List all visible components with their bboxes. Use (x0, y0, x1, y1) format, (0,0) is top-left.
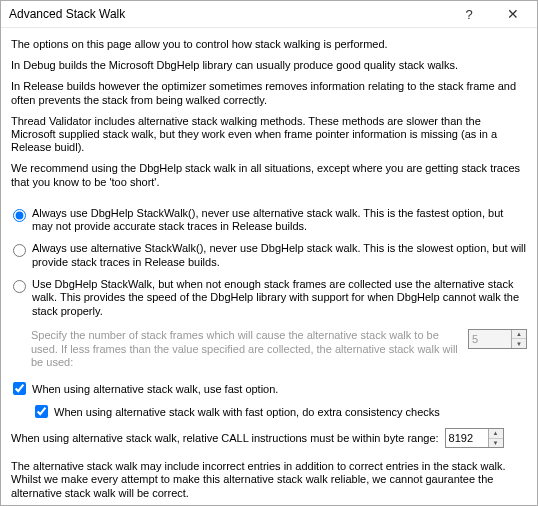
intro-text: In Release builds however the optimizer … (11, 80, 527, 106)
spin-up-icon: ▲ (512, 330, 526, 340)
byte-range-spin-buttons[interactable]: ▲ ▼ (488, 429, 503, 447)
checkbox-label: When using alternative stack walk, use f… (32, 383, 278, 395)
spin-up-icon[interactable]: ▲ (489, 429, 503, 439)
footer-note: The alternative stack walk may include i… (11, 460, 527, 500)
frames-spinbox: ▲ ▼ (468, 329, 527, 349)
checkbox-fast-option[interactable] (13, 382, 26, 395)
close-button[interactable]: ✕ (491, 1, 535, 27)
dialog-window: Advanced Stack Walk ? ✕ The options on t… (0, 0, 538, 506)
checkbox-extra-consistency[interactable] (35, 405, 48, 418)
byte-range-row: When using alternative stack walk, relat… (11, 428, 527, 448)
byte-range-input[interactable] (446, 429, 488, 447)
checkbox-label: When using alternative stack walk with f… (54, 406, 440, 418)
radio-dbghelp-only[interactable] (13, 209, 26, 222)
content-area: The options on this page allow you to co… (1, 28, 537, 506)
spin-down-icon[interactable]: ▼ (489, 439, 503, 448)
frames-spin-buttons: ▲ ▼ (511, 330, 526, 348)
help-button[interactable]: ? (447, 1, 491, 27)
intro-text: In Debug builds the Microsoft DbgHelp li… (11, 59, 527, 72)
titlebar: Advanced Stack Walk ? ✕ (1, 1, 537, 28)
radio-hybrid[interactable] (13, 280, 26, 293)
radio-label: Use DbgHelp StackWalk, but when not enou… (32, 278, 527, 319)
frames-spec-text: Specify the number of stack frames which… (31, 329, 460, 370)
byte-range-label: When using alternative stack walk, relat… (11, 432, 439, 444)
radio-alternative-only[interactable] (13, 244, 26, 257)
intro-text: The options on this page allow you to co… (11, 38, 527, 51)
radio-label: Always use alternative StackWalk(), neve… (32, 242, 527, 270)
intro-text: We recommend using the DbgHelp stack wal… (11, 162, 527, 188)
intro-text: Thread Validator includes alternative st… (11, 115, 527, 155)
byte-range-spinbox[interactable]: ▲ ▼ (445, 428, 504, 448)
spin-down-icon: ▼ (512, 339, 526, 348)
frames-input (469, 330, 511, 348)
window-title: Advanced Stack Walk (9, 7, 447, 21)
stackwalk-radio-group: Always use DbgHelp StackWalk(), never us… (11, 201, 527, 327)
frames-spec-row: Specify the number of stack frames which… (31, 329, 527, 370)
radio-label: Always use DbgHelp StackWalk(), never us… (32, 207, 527, 235)
